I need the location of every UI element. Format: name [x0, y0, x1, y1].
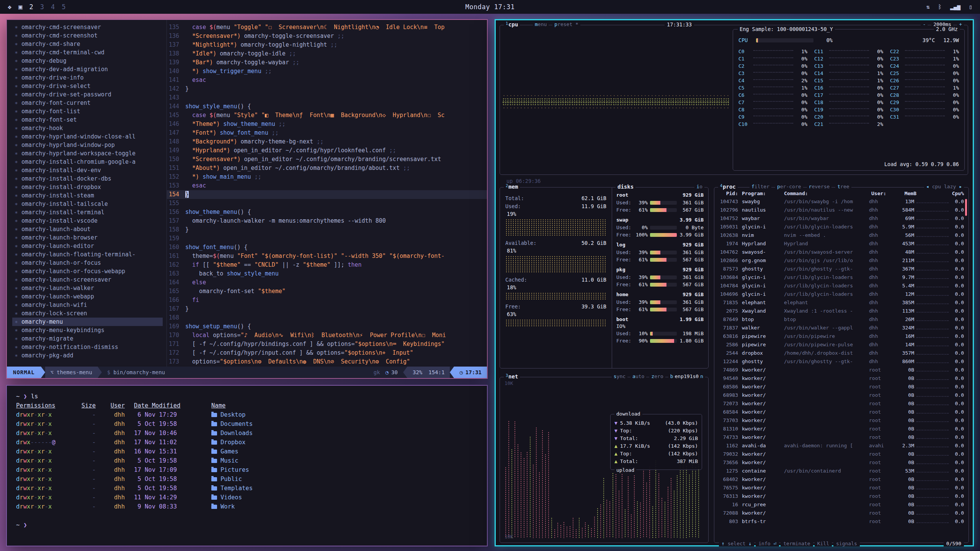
- file-tree-item[interactable]: ∗omarchy-cmd-terminal-cwd: [12, 48, 167, 57]
- file-tree-item[interactable]: ∗omarchy-install-vscode: [12, 217, 167, 225]
- net-panel-title[interactable]: 3net: [504, 373, 520, 380]
- process-row[interactable]: 104696glycin-i/usr/lib/glycin-loadersdhh…: [714, 290, 969, 298]
- process-row[interactable]: 1974HyprlandHyprlanddhh453M0.0: [714, 240, 969, 248]
- bluetooth-icon[interactable]: ᛒ: [938, 3, 942, 10]
- code-line[interactable]: 143: [167, 93, 487, 102]
- file-tree-item[interactable]: ∗omarchy-font-current: [12, 99, 167, 107]
- system-monitor-window[interactable]: 1cpu menupreset * 17:31:33 - 2000ms + En…: [495, 19, 974, 546]
- net-auto-button[interactable]: auto: [630, 373, 646, 379]
- process-row[interactable]: 2075XwaylandXwayland :1 -rootless -dhh11…: [714, 307, 969, 315]
- code-line[interactable]: 135 case $(menu "Toggle" "☐ Screensaver\…: [167, 23, 487, 32]
- code-line[interactable]: 160show_font_menu() {: [167, 243, 487, 252]
- process-row[interactable]: 104784glycin-i/usr/lib/glycin-loadersdhh…: [714, 282, 969, 290]
- file-tree-item[interactable]: ∗omarchy-launch-screensaver: [12, 276, 167, 284]
- proc-panel-title[interactable]: 4proc: [718, 184, 738, 190]
- process-row[interactable]: 74869kworker/root0B0.0: [714, 366, 969, 374]
- code-line[interactable]: 154}: [167, 190, 487, 199]
- file-tree-item[interactable]: ∗omarchy-launch-webapp: [12, 292, 167, 301]
- file-tree-item[interactable]: ∗omarchy-install-dropbox: [12, 183, 167, 191]
- file-tree-item[interactable]: ∗omarchy-menu: [12, 318, 163, 326]
- proc-terminate-button[interactable]: terminate: [781, 541, 813, 546]
- process-row[interactable]: 68586kworker/root0B0.0: [714, 383, 969, 391]
- code-line[interactable]: 150 *Screensaver*) open_in_editor ~/.con…: [167, 155, 487, 164]
- code-line[interactable]: 165 omarchy-font-set "$theme": [167, 287, 487, 296]
- process-row[interactable]: 81310kworker/root0B0.0: [714, 425, 969, 433]
- file-tree-item[interactable]: ∗omarchy-launch-or-focus: [12, 259, 167, 267]
- shell-prompt-line[interactable]: ~ ❯: [16, 520, 478, 530]
- workspace-5[interactable]: 5: [62, 3, 65, 11]
- code-line[interactable]: 162 if [[ "$theme" == "CNCLD" || -z "$th…: [167, 261, 487, 269]
- file-tree-item[interactable]: ∗omarchy-install-terminal: [12, 208, 167, 217]
- code-editor[interactable]: 135 case $(menu "Toggle" "☐ Screensaver\…: [167, 20, 487, 367]
- process-row[interactable]: 16rcu_preeroot0B0.0: [714, 500, 969, 509]
- file-tree-item[interactable]: ∗omarchy-font-set: [12, 116, 167, 124]
- process-row[interactable]: 12244ghostty/usr/bin/ghostty --gtk-dhh86…: [714, 357, 969, 366]
- code-line[interactable]: 147 *Font*) show_font_menu ;;: [167, 129, 487, 137]
- battery-icon[interactable]: ▯: [969, 3, 972, 10]
- code-line[interactable]: 168: [167, 313, 487, 322]
- file-tree-item[interactable]: ∗omarchy-launch-about: [12, 225, 167, 233]
- proc-column-header[interactable]: Command:: [784, 191, 871, 196]
- file-tree-item[interactable]: ∗omarchy-hyprland-window-close-all: [12, 132, 167, 141]
- process-row[interactable]: 71837walker/usr/bin/walker --gappldhh324…: [714, 324, 969, 332]
- code-line[interactable]: 141 esac: [167, 76, 487, 85]
- code-line[interactable]: 153 esac: [167, 181, 487, 190]
- process-row[interactable]: 87573ghostty/usr/bin/ghostty --gtk-dhh36…: [714, 265, 969, 273]
- file-tree-item[interactable]: ∗omarchy-lock-screen: [12, 309, 167, 318]
- file-tree-item[interactable]: ∗omarchy-pkg-add: [12, 351, 167, 360]
- code-line[interactable]: 152 *) show_main_menu ;;: [167, 173, 487, 181]
- file-tree-item[interactable]: ∗omarchy-install-dev-env: [12, 166, 167, 174]
- proc-tree-button[interactable]: tree: [835, 184, 851, 189]
- net-sync-button[interactable]: sync: [612, 373, 627, 379]
- code-line[interactable]: 171 [ -f ~/.config/hypr/bindings.conf ] …: [167, 340, 487, 349]
- code-line[interactable]: 148 *Background*) omarchy-theme-bg-next …: [167, 137, 487, 146]
- code-line[interactable]: 167}: [167, 305, 487, 313]
- disks-panel-title[interactable]: disks: [616, 184, 635, 190]
- file-tree-item[interactable]: ∗omarchy-launch-walker: [12, 284, 167, 292]
- process-row[interactable]: 1275containe/usr/bin/containerdroot53M0.…: [714, 467, 969, 475]
- code-line[interactable]: 173 options="$options\n⚙ Defaults\n◍ DNS…: [167, 357, 487, 366]
- code-line[interactable]: 155: [167, 199, 487, 208]
- screencast-icon[interactable]: ⇅: [926, 3, 930, 10]
- proc-per-core-button[interactable]: per-core: [775, 184, 803, 189]
- process-row[interactable]: 87649btopbtopdhh26M0.0: [714, 315, 969, 324]
- code-line[interactable]: 149 *Hyprland*) open_in_editor ~/.config…: [167, 146, 487, 155]
- proc-scrollbar-thumb[interactable]: [965, 199, 967, 216]
- cpu-panel-title[interactable]: 1cpu: [504, 21, 520, 28]
- file-tree-item[interactable]: ∗omarchy-migrate: [12, 334, 167, 343]
- file-tree-item[interactable]: ∗omarchy-drive-info: [12, 73, 167, 82]
- code-line[interactable]: 158}: [167, 225, 487, 234]
- code-line[interactable]: 145 case $(menu "Style" "◧ Theme\nƒ Font…: [167, 111, 487, 120]
- process-row[interactable]: 76313kworker/root0B0.0: [714, 492, 969, 500]
- file-tree-item[interactable]: ∗omarchy-font-list: [12, 107, 167, 116]
- code-line[interactable]: 163 back_to show_style_menu: [167, 269, 487, 278]
- file-tree-item[interactable]: ∗omarchy-cmd-share: [12, 40, 167, 48]
- editor-window[interactable]: ∗omarchy-cmd-screensaver∗omarchy-cmd-scr…: [6, 19, 488, 379]
- file-tree-item[interactable]: ∗omarchy-hyprland-window-pop: [12, 141, 167, 149]
- code-line[interactable]: 157 omarchy-launch-walker -m menus:omarc…: [167, 217, 487, 225]
- file-tree-item[interactable]: ∗omarchy-install-chromium-google-a: [12, 158, 167, 166]
- code-line[interactable]: 170 local options="♪ Audio\n∿ Wifi\nᛒ Bl…: [167, 331, 487, 340]
- file-tree-item[interactable]: ∗omarchy-cmd-screenshot: [12, 31, 167, 40]
- file-tree-item[interactable]: ∗omarchy-hyprland-workspace-toggle: [12, 149, 167, 158]
- process-row[interactable]: 68584kworker/root0B0.0: [714, 408, 969, 416]
- proc-kill-button[interactable]: Kill: [815, 541, 832, 546]
- process-row[interactable]: 104743swaybg/usr/bin/swaybg -i /homdhh13…: [714, 197, 969, 206]
- file-tree-item[interactable]: ∗omarchy-notification-dismiss: [12, 343, 167, 351]
- code-line[interactable]: 159: [167, 234, 487, 243]
- process-row[interactable]: 102866org.gnom/usr/bin/gjs /usr/lib/odhh…: [714, 256, 969, 265]
- process-row[interactable]: 105031glycin-i/usr/lib/glycin-loadersdhh…: [714, 223, 969, 231]
- process-row[interactable]: 102638nvimnvim --embed .dhh56M0.0: [714, 231, 969, 240]
- code-line[interactable]: 144show_style_menu() {: [167, 102, 487, 111]
- process-row[interactable]: 71835elephantelephantdhh385M0.0: [714, 298, 969, 307]
- code-line[interactable]: 172 [ -f ~/.config/hypr/input.conf ] && …: [167, 349, 487, 357]
- workspace-3[interactable]: 3: [40, 3, 44, 11]
- file-tree-item[interactable]: ∗omarchy-launch-wifi: [12, 301, 167, 309]
- code-line[interactable]: 139 *Bar*) omarchy-toggle-waybar ;;: [167, 58, 487, 67]
- proc-column-header[interactable]: User:: [871, 191, 897, 196]
- proc-info-button[interactable]: info ⏎: [756, 541, 779, 546]
- file-tree-item[interactable]: ∗omarchy-launch-floating-terminal-: [12, 250, 167, 259]
- process-row[interactable]: 72073kworker/root0B0.0: [714, 399, 969, 408]
- network-signal-icon[interactable]: ▂▄▆: [950, 3, 960, 10]
- file-tree-item[interactable]: ∗omarchy-drive-set-password: [12, 90, 167, 99]
